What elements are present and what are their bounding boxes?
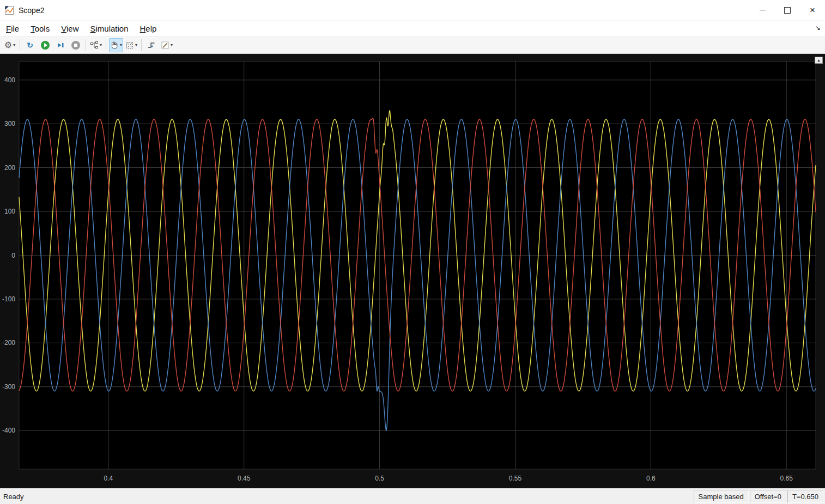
menu-file[interactable]: File: [6, 24, 19, 33]
cursor-measure-icon: [161, 41, 169, 50]
menu-simulation[interactable]: Simulation: [90, 24, 128, 33]
waveform-svg: 4003002001000-100-200-300-4000.40.450.50…: [0, 54, 825, 488]
menubar-overflow-icon[interactable]: ↘: [815, 24, 821, 32]
toolbar-button-highlight-block[interactable]: ↻: [23, 38, 37, 52]
toolbar-button-settings-gear[interactable]: ⚙▾: [3, 38, 17, 52]
status-cell-1: Offset=0: [750, 490, 786, 503]
trigger-icon: [147, 41, 156, 50]
minimize-icon: [760, 10, 766, 10]
window-controls: ×: [750, 0, 825, 20]
scope-plot-region: 4003002001000-100-200-300-4000.40.450.50…: [0, 54, 825, 488]
y-tick-label: 0: [11, 252, 15, 259]
dropdown-caret-icon: ▾: [171, 43, 173, 47]
toolbar-button-cursor-measure[interactable]: ▾: [160, 38, 174, 52]
x-tick-label: 0.65: [780, 475, 793, 482]
title-bar: Scope2 ×: [0, 0, 825, 21]
y-tick-label: 400: [4, 76, 15, 84]
status-cell-0: Sample based: [694, 490, 749, 503]
toolbar-button-pan[interactable]: ▾: [109, 38, 123, 52]
window-title: Scope2: [19, 6, 44, 15]
y-tick-label: -100: [2, 295, 15, 303]
status-ready-text: Ready: [0, 493, 24, 501]
status-cell-2: T=0.650: [787, 490, 823, 503]
minimize-button[interactable]: [750, 0, 775, 20]
toolbar-separator: [106, 39, 106, 51]
x-tick-label: 0.4: [104, 475, 113, 482]
status-bar: Ready Sample basedOffset=0T=0.650: [0, 488, 825, 504]
step-forward-icon: [56, 41, 65, 50]
y-tick-label: -400: [2, 427, 15, 434]
y-tick-label: 100: [4, 208, 15, 215]
y-tick-label: -200: [2, 339, 15, 347]
dropdown-caret-icon: ▾: [100, 43, 102, 47]
x-tick-label: 0.6: [646, 475, 656, 482]
toolbar-button-stop[interactable]: [69, 38, 83, 52]
menu-items: FileToolsViewSimulationHelp: [6, 24, 168, 34]
dropdown-caret-icon: ▾: [13, 43, 15, 47]
status-cells: Sample basedOffset=0T=0.650: [693, 489, 825, 504]
toolbar-button-fit-view[interactable]: ▾: [124, 38, 138, 52]
toolbar-button-step-forward[interactable]: [53, 38, 68, 52]
menu-tools[interactable]: Tools: [31, 24, 50, 33]
menu-bar: FileToolsViewSimulationHelp ↘: [0, 21, 825, 37]
toolbar-button-trigger[interactable]: [144, 38, 159, 52]
scope-toolbar: ⚙▾↻▾▾▾▾: [0, 37, 825, 54]
expand-axes-button[interactable]: ▴: [815, 57, 823, 64]
close-button[interactable]: ×: [800, 0, 825, 20]
highlight-block-icon: ↻: [27, 41, 33, 49]
run-icon: [41, 41, 50, 50]
x-tick-label: 0.55: [509, 475, 522, 482]
dropdown-caret-icon: ▾: [120, 43, 122, 47]
maximize-icon: [784, 7, 791, 14]
toolbar-button-signal-selector[interactable]: ▾: [89, 38, 103, 52]
scope-chart[interactable]: 4003002001000-100-200-300-4000.40.450.50…: [0, 54, 825, 488]
toolbar-separator: [86, 39, 86, 51]
maximize-button[interactable]: [775, 0, 800, 20]
menu-help[interactable]: Help: [140, 24, 157, 33]
settings-gear-icon: ⚙: [4, 41, 12, 50]
x-tick-label: 0.45: [238, 475, 251, 482]
signal-selector-icon: [90, 41, 99, 50]
scope-window-icon: [5, 6, 14, 15]
y-tick-label: 200: [4, 164, 15, 172]
close-icon: ×: [810, 5, 815, 15]
toolbar-separator: [141, 39, 142, 51]
toolbar-button-run[interactable]: [38, 38, 52, 52]
dropdown-caret-icon: ▾: [135, 43, 137, 47]
x-tick-label: 0.5: [375, 475, 384, 482]
stop-icon: [71, 41, 80, 50]
y-tick-label: 300: [4, 120, 15, 127]
y-tick-label: -300: [2, 383, 15, 391]
pan-icon: [110, 41, 119, 50]
toolbar-separator: [20, 39, 20, 51]
fit-view-icon: [125, 41, 134, 50]
menu-view[interactable]: View: [61, 24, 78, 33]
